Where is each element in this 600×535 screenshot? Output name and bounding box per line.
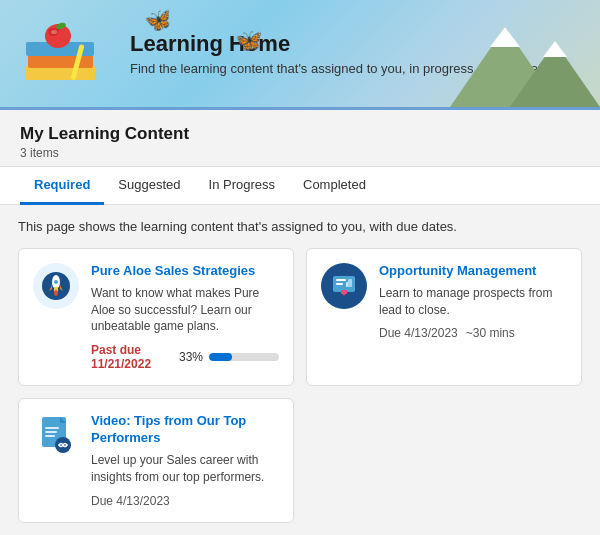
cards-grid: Pure Aloe Sales Strategies Want to know …	[18, 248, 582, 523]
mountain-snow-1	[490, 27, 520, 47]
svg-rect-19	[348, 279, 352, 287]
svg-rect-26	[45, 431, 57, 433]
svg-rect-25	[45, 427, 59, 429]
banner-illustration	[20, 14, 110, 94]
card-body-3: Video: Tips from Our Top Performers Leve…	[91, 413, 279, 507]
svg-rect-0	[25, 66, 95, 80]
svg-rect-27	[45, 435, 55, 437]
card-meta-3: Due 4/13/2023	[91, 494, 279, 508]
tab-suggested[interactable]: Suggested	[104, 167, 194, 205]
card-pure-aloe: Pure Aloe Sales Strategies Want to know …	[18, 248, 294, 386]
content-area: This page shows the learning content tha…	[0, 205, 600, 535]
card-icon-rocket	[33, 263, 79, 309]
card-icon-document	[33, 413, 79, 459]
svg-point-8	[51, 30, 57, 34]
svg-rect-20	[346, 282, 348, 287]
progress-container: 33%	[179, 350, 279, 364]
svg-rect-22	[341, 290, 347, 294]
card-icon-badge	[321, 263, 367, 309]
card-desc-2: Learn to manage prospects from lead to c…	[379, 285, 567, 319]
progress-fill	[209, 353, 232, 361]
card-meta-1: Past due 11/21/2022 33%	[91, 343, 279, 371]
banner: 🦋 🦋 Learning Home Find the learning cont…	[0, 0, 600, 110]
card-meta-2: Due 4/13/2023 ~30 mins	[379, 326, 567, 340]
progress-bar	[209, 353, 279, 361]
card-body-1: Pure Aloe Sales Strategies Want to know …	[91, 263, 279, 371]
svg-rect-18	[336, 283, 343, 285]
content-description: This page shows the learning content tha…	[18, 219, 582, 234]
progress-pct: 33%	[179, 350, 203, 364]
svg-rect-1	[28, 54, 93, 68]
section-count: 3 items	[20, 146, 580, 160]
tab-required[interactable]: Required	[20, 167, 104, 205]
card-desc-1: Want to know what makes Pure Aloe so suc…	[91, 285, 279, 335]
due-date-3: Due 4/13/2023	[91, 494, 170, 508]
past-due-label: Past due 11/21/2022	[91, 343, 171, 371]
butterfly-decoration-1: 🦋	[143, 6, 174, 36]
section-header: My Learning Content 3 items	[0, 110, 600, 167]
tabs-bar: Required Suggested In Progress Completed	[0, 167, 600, 205]
duration-2: ~30 mins	[466, 326, 515, 340]
butterfly-decoration-2: 🦋	[235, 28, 262, 54]
mountain-snow-2	[543, 41, 567, 57]
svg-point-14	[54, 280, 58, 284]
card-desc-3: Level up your Sales career with insights…	[91, 452, 279, 486]
section-title: My Learning Content	[20, 124, 580, 144]
card-opportunity: Opportunity Management Learn to manage p…	[306, 248, 582, 386]
svg-rect-17	[336, 279, 346, 281]
svg-point-15	[54, 290, 58, 296]
card-title-1[interactable]: Pure Aloe Sales Strategies	[91, 263, 279, 280]
card-body-2: Opportunity Management Learn to manage p…	[379, 263, 567, 340]
card-video-tips: Video: Tips from Our Top Performers Leve…	[18, 398, 294, 522]
due-date-2: Due 4/13/2023	[379, 326, 458, 340]
tab-in-progress[interactable]: In Progress	[195, 167, 289, 205]
card-title-3[interactable]: Video: Tips from Our Top Performers	[91, 413, 279, 447]
card-title-2[interactable]: Opportunity Management	[379, 263, 567, 280]
tab-completed[interactable]: Completed	[289, 167, 380, 205]
